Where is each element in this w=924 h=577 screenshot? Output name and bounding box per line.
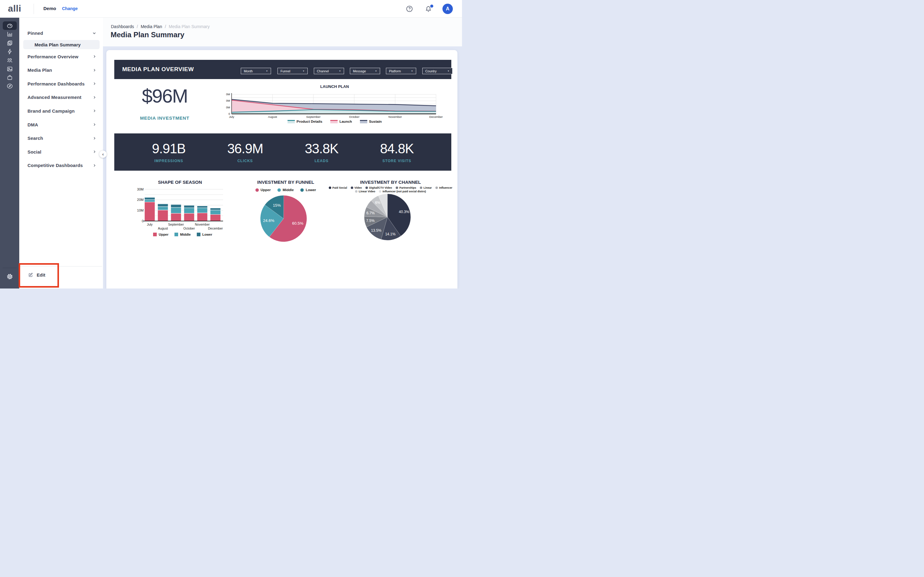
kpi-store-visits: 84.8KSTORE VISITS (380, 141, 414, 163)
svg-text:20M: 20M (226, 99, 230, 102)
caret-down-icon: ▼ (411, 70, 413, 72)
rail-item-people-icon[interactable] (0, 56, 19, 64)
sidebar-item-performance-dashboards[interactable]: Performance Dashboards (19, 79, 103, 89)
sidebar-nav: Pinned Media Plan Summary Performance Ov… (19, 18, 103, 288)
bar-upper-september (171, 213, 181, 221)
chevron-down-icon (92, 31, 96, 35)
edit-button[interactable]: Edit (28, 272, 45, 278)
media-investment-value: $96M (114, 85, 215, 106)
breadcrumb-media-plan[interactable]: Media Plan (141, 24, 162, 29)
pie-label: 6.7% (367, 211, 375, 215)
rail-item-image-icon[interactable] (0, 65, 19, 73)
shape-of-season-chart: 010M20M30MJulyAugustSeptemberOctoberNove… (137, 185, 229, 232)
legend-dot (420, 187, 422, 189)
edit-label: Edit (37, 272, 45, 277)
svg-text:0: 0 (142, 219, 144, 223)
sidebar-item-label: Performance Dashboards (27, 81, 85, 86)
rail-item-shopping-bag-icon[interactable] (0, 73, 19, 82)
sidebar-item-media-plan[interactable]: Media Plan (19, 65, 103, 76)
caret-down-icon: ▼ (375, 70, 377, 72)
rail-item-clipboard-check-icon[interactable] (0, 39, 19, 47)
pie-label: 24.6% (263, 218, 275, 223)
sidebar-item-label: Advanced Measurement (27, 95, 82, 100)
sidebar-item-brand-and-campaign[interactable]: Brand and Campaign (19, 106, 103, 116)
bar-upper-december (210, 214, 221, 221)
filter-label: Month (244, 69, 253, 73)
launch-plan-legend: Product DetailsLaunchSustain (226, 120, 443, 123)
filter-platform[interactable]: Platform▼ (386, 68, 416, 74)
filter-label: Platform (389, 69, 401, 73)
change-workspace-link[interactable]: Change (62, 6, 78, 11)
legend-item-lower: Lower (300, 188, 316, 192)
kpi-label: IMPRESSIONS (152, 159, 186, 163)
svg-text:December: December (429, 115, 443, 118)
legend-dot (435, 187, 438, 189)
kpi-label: STORE VISITS (380, 159, 414, 163)
kpi-value: 36.9M (227, 141, 263, 156)
kpi-clicks: 36.9MCLICKS (227, 141, 263, 163)
legend-swatch (288, 120, 295, 123)
filter-label: Message (353, 69, 366, 73)
chevron-right-icon (92, 68, 96, 72)
rail-item-dashboard-gauge-icon[interactable] (0, 21, 19, 30)
sidebar-item-label: Brand and Campaign (27, 108, 74, 114)
overview-title: MEDIA PLAN OVERVIEW (122, 66, 194, 73)
bar-upper-august (158, 210, 168, 221)
sidebar-item-search[interactable]: Search (19, 133, 103, 143)
sidebar-collapse-button[interactable]: ‹ (99, 150, 107, 158)
pie-label: 14.1% (385, 232, 396, 236)
filter-country[interactable]: Country▼ (422, 68, 452, 74)
shape-of-season-title: SHAPE OF SEASON (128, 179, 232, 185)
svg-text:30M: 30M (137, 187, 144, 191)
svg-text:September: September (306, 115, 320, 118)
bar-upper-july (145, 202, 155, 221)
svg-text:July: July (229, 115, 234, 118)
shape-of-season-legend: UpperMiddleLower (137, 233, 229, 236)
rail-item-compass-icon[interactable] (0, 82, 19, 90)
help-icon[interactable] (406, 5, 413, 13)
avatar[interactable]: A (443, 4, 453, 14)
svg-text:30M: 30M (226, 92, 230, 96)
legend-item-influencer: Influencer (435, 186, 452, 189)
sidebar-item-media-plan-summary[interactable]: Media Plan Summary (23, 40, 100, 49)
rail-item-lightning-icon[interactable] (0, 47, 19, 56)
legend-dot (396, 187, 398, 189)
sidebar-item-pinned[interactable]: Pinned (19, 28, 103, 38)
sidebar-item-dma[interactable]: DMA (19, 119, 103, 130)
filter-message[interactable]: Message▼ (350, 68, 380, 74)
media-investment-label: MEDIA INVESTMENT (114, 115, 215, 121)
investment-by-funnel-title: INVESTMENT BY FUNNEL (234, 179, 338, 185)
bar-upper-november (197, 213, 207, 221)
sidebar-item-label: Social (27, 149, 41, 155)
rail-item-bar-chart-icon[interactable] (0, 30, 19, 39)
notification-badge (430, 5, 433, 8)
legend-item-middle: Middle (174, 233, 191, 236)
bar-middle-november (197, 208, 207, 213)
pie-label: 15% (273, 203, 281, 208)
bar-middle-october (184, 208, 194, 213)
filter-month[interactable]: Month▼ (241, 68, 271, 74)
bar-middle-september (171, 208, 181, 213)
svg-text:August: August (268, 115, 277, 118)
sidebar-item-social[interactable]: Social (19, 147, 103, 157)
overview-header-bar: MEDIA PLAN OVERVIEW Month▼Funnel▼Channel… (114, 60, 451, 79)
launch-plan-title: LAUNCH PLAN (226, 84, 443, 89)
sidebar-item-advanced-measurement[interactable]: Advanced Measurement (19, 92, 103, 103)
bar-middle-august (158, 207, 168, 210)
legend-dot (365, 187, 368, 189)
sidebar-item-performance-overview[interactable]: Performance Overview (19, 51, 103, 62)
bar-lower-july (145, 198, 155, 200)
filter-channel[interactable]: Channel▼ (314, 68, 344, 74)
kpi-label: CLICKS (227, 159, 263, 163)
workspace-name: Demo (44, 6, 56, 11)
svg-text:August: August (158, 227, 168, 230)
legend-item-video: Video (351, 186, 362, 189)
settings-gear-icon[interactable] (0, 272, 19, 281)
filter-funnel[interactable]: Funnel▼ (278, 68, 308, 74)
pie-label: 7.5% (367, 219, 375, 223)
sidebar-item-competitive-dashboards[interactable]: Competitive Dashboards (19, 160, 103, 171)
bar-upper-october (184, 213, 194, 221)
legend-swatch (153, 233, 157, 236)
breadcrumb-dashboards[interactable]: Dashboards (111, 24, 134, 29)
pinned-label: Pinned (27, 31, 43, 36)
